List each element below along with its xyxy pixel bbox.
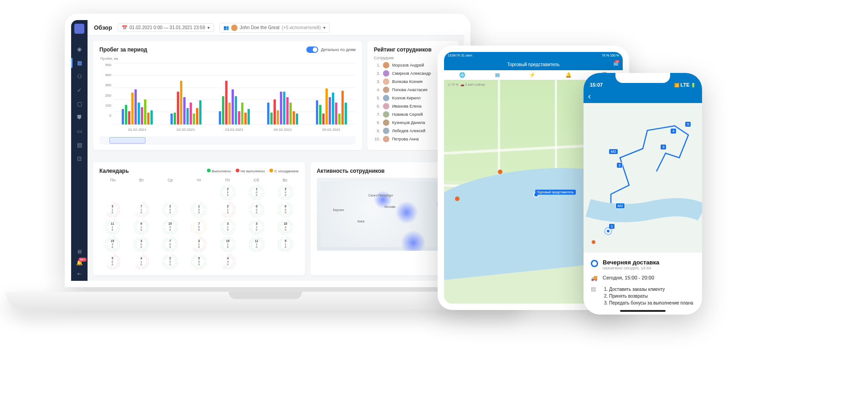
- calendar-day[interactable]: 000: [278, 202, 293, 217]
- calendar-day[interactable]: 310: [191, 237, 206, 252]
- route-pin[interactable]: 5: [685, 121, 691, 127]
- calendar-dow: ПнВтСрЧтПтСбВс: [99, 178, 299, 182]
- calendar-day[interactable]: 710: [134, 202, 149, 217]
- map-poi[interactable]: [455, 196, 460, 201]
- calendar-day[interactable]: 700: [191, 220, 206, 234]
- calendar-day[interactable]: 700: [163, 237, 177, 252]
- task-subtitle: назначено сегодня, 14:44: [603, 266, 659, 270]
- task-card: Вечерняя доставка назначено сегодня, 14:…: [584, 252, 702, 315]
- calendar-day[interactable]: 100: [249, 185, 264, 200]
- calendar-day[interactable]: 500: [105, 254, 120, 269]
- map-speed: 0 км/ч: [465, 83, 474, 86]
- avatar: [231, 25, 238, 31]
- calendar-day[interactable]: 410: [134, 254, 149, 269]
- map-poi: [592, 240, 595, 244]
- nav-map-icon[interactable]: ▢: [76, 100, 83, 108]
- calendar-day[interactable]: 210: [221, 202, 235, 217]
- nav-report-icon[interactable]: ▤: [76, 141, 83, 149]
- calendar-day[interactable]: 310: [249, 220, 264, 234]
- legend-notdone: Не выполнено: [241, 169, 265, 173]
- current-location-dot: [605, 228, 611, 234]
- calendar-legend: Выполнено Не выполнено С опозданием: [207, 169, 299, 173]
- toggle-switch[interactable]: [306, 46, 318, 53]
- calendar-day[interactable]: 1540: [105, 237, 120, 252]
- nav-clipboard-icon[interactable]: ▭: [76, 128, 83, 135]
- bar-groups: [113, 70, 356, 124]
- calendar-day[interactable]: 1510: [221, 237, 235, 252]
- legend-done: Выполнено: [212, 169, 231, 173]
- time-scrubber[interactable]: [99, 136, 356, 145]
- calendar-day[interactable]: 1110: [105, 220, 120, 234]
- task-steps: Доставить заказы клиентуПринять возвраты…: [603, 286, 693, 306]
- calendar-day[interactable]: 310: [221, 220, 235, 234]
- route-pin[interactable]: 4: [670, 128, 677, 134]
- calendar-day[interactable]: 200: [163, 202, 177, 217]
- home-indicator[interactable]: [620, 310, 666, 312]
- tab-bell-icon[interactable]: 🔔: [565, 72, 572, 78]
- nav-shield-icon[interactable]: ⛊: [76, 114, 83, 121]
- user-filter[interactable]: 👥 John Doe the Great (+5 исполнителей) ▾: [219, 23, 330, 33]
- calendar-title: Календарь: [99, 168, 129, 174]
- laptop-notch: [229, 292, 302, 299]
- calendar-day[interactable]: 100: [191, 202, 206, 217]
- truck-icon: 🚚: [591, 275, 598, 281]
- map-speed-label: сейчас: [475, 83, 485, 86]
- phone-carrier: LTE: [681, 82, 690, 88]
- calendar-day[interactable]: 910: [134, 220, 149, 234]
- phone-screen: 15:07 📶 LTE 🔋 ‹ 1 2 3 4 5 М2 М2 В: [584, 73, 702, 315]
- activity-title: Активность сотрудников: [317, 168, 452, 174]
- tab-list-icon[interactable]: ▤: [495, 72, 500, 78]
- calendar-day[interactable]: 300: [278, 185, 293, 200]
- card-mileage: Пробег за период Детально по дням Пробег…: [93, 41, 362, 150]
- nav-check-icon[interactable]: ✓: [76, 87, 83, 94]
- calendar-day[interactable]: 310: [105, 202, 120, 217]
- nav-dashboard-icon[interactable]: ▦: [76, 59, 83, 67]
- calendar-icon: 📅: [122, 25, 127, 30]
- map-poi[interactable]: [498, 170, 502, 174]
- tab-globe-icon[interactable]: 🌐: [459, 72, 465, 78]
- list-icon: ▤: [591, 286, 598, 292]
- x-labels: 01.02.202102.02.202103.02.202104.02.2021…: [113, 128, 356, 132]
- task-title: Вечерняя доставка: [603, 259, 659, 266]
- tablet-title: Торговый представитель: [507, 62, 559, 67]
- calendar-day[interactable]: 500: [191, 254, 206, 269]
- nav-profile-icon[interactable]: ◉: [76, 46, 83, 53]
- chevron-down-icon: ▾: [323, 25, 326, 30]
- users-icon: 👥: [223, 25, 229, 30]
- calendar-day[interactable]: 300: [134, 237, 149, 252]
- notif-badge: 99+: [78, 258, 87, 262]
- calendar-body: 2001003003107102001002100000001110910150…: [99, 185, 299, 269]
- user-extra: (+5 исполнителей): [282, 25, 321, 30]
- tablet-statusbar: 13:04 Пт 21 сент. 76 % 100 %: [444, 52, 623, 58]
- route-pin[interactable]: 3: [660, 144, 666, 150]
- scrubber-window[interactable]: [109, 137, 145, 144]
- calendar-day[interactable]: 1110: [249, 237, 264, 252]
- calendar-day[interactable]: 1020: [278, 220, 293, 234]
- laptop-screen: ◉ ▦ ⚇ ✓ ▢ ⛊ ▭ ▤ ⊡ ▤ 🔔99+ ⇤: [65, 14, 470, 287]
- main-area: Обзор 📅 01.02.2021 0:00 — 31.01.2021 23:…: [88, 20, 464, 281]
- tablet-mail-icon[interactable]: ✉22: [614, 61, 618, 67]
- map-city: Берлин: [333, 208, 344, 212]
- map-city: Санкт-Петербург: [368, 194, 393, 197]
- phone-device: 15:07 📶 LTE 🔋 ‹ 1 2 3 4 5 М2 М2 В: [584, 73, 702, 315]
- calendar-day[interactable]: 440: [221, 254, 235, 269]
- back-icon[interactable]: ‹: [588, 92, 591, 101]
- nav-users-icon[interactable]: ⚇: [76, 73, 83, 80]
- notifications-icon[interactable]: 🔔99+: [76, 259, 83, 266]
- date-range-picker[interactable]: 📅 01.02.2021 0:00 — 31.01.2021 23:59 ▾: [118, 23, 214, 32]
- calendar-day[interactable]: 1500: [163, 220, 177, 234]
- calendar-day[interactable]: 200: [163, 254, 177, 269]
- detail-toggle[interactable]: Детально по дням: [306, 46, 356, 53]
- phone-map[interactable]: 1 2 3 4 5 М2 М2: [584, 103, 702, 252]
- route-pin[interactable]: 2: [616, 162, 623, 168]
- calendar-day[interactable]: 000: [249, 202, 264, 217]
- phone-navbar: ‹: [584, 89, 702, 103]
- app-logo[interactable]: [74, 24, 84, 34]
- chat-icon[interactable]: ▤: [78, 249, 82, 254]
- activity-map[interactable]: Москва Санкт-Петербург Берлин Киев: [317, 178, 452, 251]
- calendar-day[interactable]: 200: [221, 185, 235, 200]
- collapse-icon[interactable]: ⇤: [78, 271, 81, 276]
- tab-energy-icon[interactable]: ⚡: [529, 72, 536, 78]
- calendar-day[interactable]: 510: [278, 237, 293, 252]
- nav-more-icon[interactable]: ⊡: [76, 155, 83, 162]
